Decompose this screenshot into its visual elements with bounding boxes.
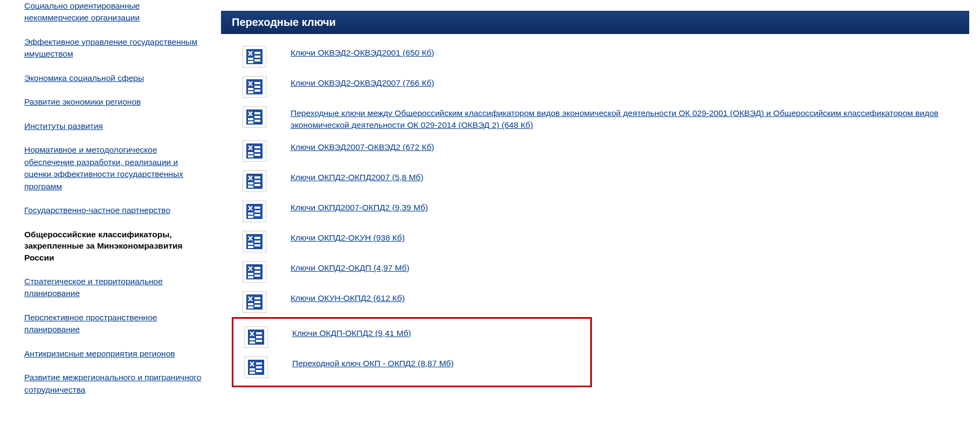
sidebar-item[interactable]: Антикризисные мероприятия регионов bbox=[24, 348, 202, 360]
excel-icon bbox=[246, 264, 263, 279]
file-link[interactable]: Ключи ОКВЭД2007-ОКВЭД2 (672 Кб) bbox=[291, 140, 434, 153]
svg-rect-2 bbox=[254, 56, 260, 58]
sidebar-item[interactable]: Развитие экономики регионов bbox=[24, 96, 202, 108]
sidebar-item[interactable]: Нормативное и методологическое обеспечен… bbox=[24, 144, 202, 193]
svg-rect-27 bbox=[254, 184, 260, 186]
excel-icon bbox=[246, 49, 263, 64]
sidebar-nav: Социально ориентированные некоммерческие… bbox=[16, 0, 221, 408]
file-icon[interactable] bbox=[243, 261, 266, 283]
svg-rect-46 bbox=[248, 273, 253, 275]
sidebar-link[interactable]: Государственно-частное партнерство bbox=[24, 205, 170, 215]
svg-rect-29 bbox=[248, 186, 253, 188]
svg-rect-41 bbox=[248, 246, 253, 248]
svg-rect-65 bbox=[250, 372, 255, 374]
sidebar-item[interactable]: Развитие межрегионального и приграничног… bbox=[24, 372, 202, 396]
file-row: Ключи ОКВЭД2-ОКВЭД2007 (766 Кб) bbox=[221, 72, 969, 102]
file-link[interactable]: Ключи ОКДП-ОКПД2 (9,41 Мб) bbox=[292, 326, 411, 339]
sidebar-item[interactable]: Институты развития bbox=[24, 120, 202, 132]
file-icon[interactable] bbox=[243, 140, 266, 162]
svg-rect-37 bbox=[254, 237, 260, 239]
svg-rect-61 bbox=[256, 362, 262, 365]
svg-rect-1 bbox=[254, 52, 260, 54]
file-link[interactable]: Ключи ОКПД2-ОКУН (938 Кб) bbox=[291, 231, 405, 244]
sidebar-link[interactable]: Социально ориентированные некоммерческие… bbox=[24, 1, 140, 22]
svg-rect-8 bbox=[254, 86, 260, 88]
svg-rect-19 bbox=[254, 146, 260, 148]
svg-rect-64 bbox=[250, 368, 255, 371]
sidebar-link[interactable]: Развитие экономики регионов bbox=[24, 97, 141, 106]
file-row: Ключи ОКПД2-ОКДП (4,97 Мб) bbox=[221, 257, 969, 287]
file-icon[interactable] bbox=[243, 106, 266, 128]
svg-rect-62 bbox=[256, 366, 262, 368]
svg-rect-14 bbox=[254, 116, 260, 118]
sidebar-link[interactable]: Развитие межрегионального и приграничног… bbox=[24, 373, 201, 394]
svg-rect-23 bbox=[248, 155, 253, 157]
svg-rect-57 bbox=[256, 340, 262, 342]
svg-rect-26 bbox=[254, 180, 260, 182]
sidebar-link[interactable]: Нормативное и методологическое обеспечен… bbox=[24, 145, 183, 190]
sidebar-link[interactable]: Экономика социальной сферы bbox=[24, 73, 144, 83]
sidebar-link[interactable]: Антикризисные мероприятия регионов bbox=[24, 349, 175, 358]
sidebar-item[interactable]: Социально ориентированные некоммерческие… bbox=[24, 0, 202, 24]
file-link[interactable]: Переходные ключи между Общероссийским кл… bbox=[291, 106, 969, 132]
file-row: Ключи ОКДП-ОКПД2 (9,41 Мб) bbox=[233, 322, 590, 352]
sidebar-item[interactable]: Перспективное пространственное планирова… bbox=[24, 312, 202, 336]
file-link[interactable]: Ключи ОКУН-ОКПД2 (612 Кб) bbox=[291, 291, 405, 304]
file-icon[interactable] bbox=[243, 201, 266, 222]
file-row: Ключи ОКПД2-ОКУН (938 Кб) bbox=[221, 227, 969, 257]
svg-rect-5 bbox=[248, 61, 253, 63]
file-link[interactable]: Ключи ОКВЭД2-ОКВЭД2001 (650 Кб) bbox=[291, 46, 434, 59]
svg-rect-13 bbox=[254, 112, 260, 114]
file-row: Ключи ОКПД2-ОКПД2007 (5,8 Мб) bbox=[221, 166, 969, 196]
file-link[interactable]: Ключи ОКПД2007-ОКПД2 (9,39 Мб) bbox=[291, 201, 428, 214]
file-row: Переходной ключ ОКП - ОКПД2 (8,87 Мб) bbox=[233, 352, 590, 382]
svg-rect-15 bbox=[254, 120, 260, 122]
file-icon[interactable] bbox=[244, 326, 268, 348]
sidebar-link[interactable]: Перспективное пространственное планирова… bbox=[24, 313, 157, 334]
file-icon[interactable] bbox=[243, 46, 266, 67]
sidebar-link[interactable]: Эффективное управление государственным и… bbox=[24, 37, 197, 58]
svg-rect-25 bbox=[254, 176, 260, 179]
svg-rect-40 bbox=[248, 243, 253, 245]
sidebar-item[interactable]: Эффективное управление государственным и… bbox=[24, 36, 202, 60]
excel-icon bbox=[246, 109, 263, 125]
sidebar-item[interactable]: Стратегическое и территориальное планиро… bbox=[24, 276, 202, 300]
file-icon[interactable] bbox=[243, 231, 266, 252]
svg-rect-49 bbox=[254, 297, 260, 299]
file-link[interactable]: Ключи ОКВЭД2-ОКВЭД2007 (766 Кб) bbox=[291, 76, 434, 89]
file-link[interactable]: Переходной ключ ОКП - ОКПД2 (8,87 Мб) bbox=[292, 356, 454, 369]
file-icon[interactable] bbox=[243, 170, 266, 192]
excel-icon bbox=[248, 360, 264, 375]
sidebar-item[interactable]: Экономика социальной сферы bbox=[24, 72, 202, 84]
svg-rect-59 bbox=[250, 341, 255, 344]
svg-rect-20 bbox=[254, 150, 260, 152]
svg-rect-28 bbox=[248, 182, 253, 184]
svg-rect-43 bbox=[254, 267, 260, 269]
file-row: Ключи ОКУН-ОКПД2 (612 Кб) bbox=[221, 287, 969, 317]
file-row: Ключи ОКПД2007-ОКПД2 (9,39 Мб) bbox=[221, 196, 969, 227]
svg-rect-55 bbox=[256, 332, 262, 334]
file-icon[interactable] bbox=[243, 76, 266, 98]
excel-icon bbox=[246, 79, 263, 94]
file-icon[interactable] bbox=[243, 291, 266, 313]
svg-rect-58 bbox=[250, 338, 255, 340]
main-content: Переходные ключи Ключи ОКВЭД2-ОКВЭД2001 … bbox=[221, 0, 969, 408]
excel-icon bbox=[246, 174, 263, 189]
sidebar-link[interactable]: Стратегическое и территориальное планиро… bbox=[24, 277, 163, 298]
svg-rect-16 bbox=[248, 118, 253, 120]
file-icon[interactable] bbox=[244, 356, 268, 378]
svg-rect-32 bbox=[254, 210, 260, 212]
svg-rect-31 bbox=[254, 207, 260, 209]
excel-icon bbox=[246, 204, 263, 219]
svg-rect-17 bbox=[248, 121, 253, 124]
file-link[interactable]: Ключи ОКПД2-ОКДП (4,97 Мб) bbox=[291, 261, 410, 274]
svg-rect-52 bbox=[248, 303, 253, 305]
svg-rect-63 bbox=[256, 370, 262, 372]
svg-rect-21 bbox=[254, 154, 260, 156]
svg-rect-11 bbox=[248, 91, 253, 93]
file-link[interactable]: Ключи ОКПД2-ОКПД2007 (5,8 Мб) bbox=[291, 170, 423, 183]
svg-rect-10 bbox=[248, 88, 253, 90]
sidebar-link[interactable]: Институты развития bbox=[24, 121, 103, 131]
sidebar-item[interactable]: Государственно-частное партнерство bbox=[24, 204, 202, 216]
svg-rect-3 bbox=[254, 59, 260, 61]
